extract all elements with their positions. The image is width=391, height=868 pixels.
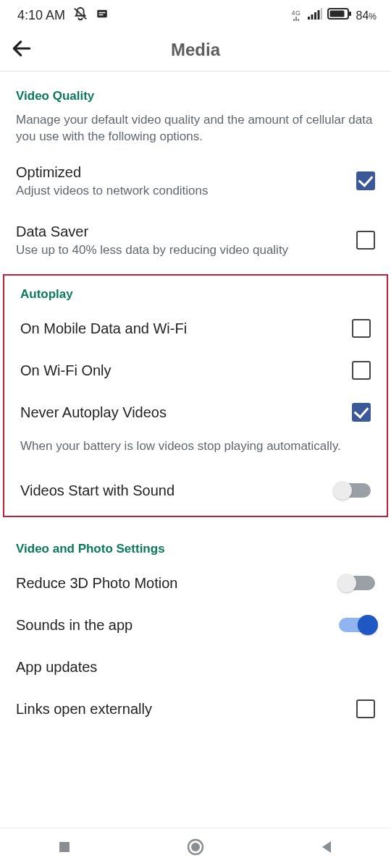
sounds-app-toggle[interactable] — [339, 618, 375, 632]
data-saver-title: Data Saver — [16, 222, 345, 241]
section-video-photo-title: Video and Photo Settings — [0, 524, 391, 562]
links-ext-checkbox[interactable] — [356, 699, 375, 718]
svg-rect-3 — [99, 14, 104, 16]
row-autoplay-wifi-only[interactable]: On Wi-Fi Only — [4, 349, 387, 391]
svg-rect-10 — [329, 11, 344, 17]
autoplay-wifi-only-checkbox[interactable] — [352, 361, 371, 380]
back-button[interactable] — [10, 37, 33, 63]
svg-rect-8 — [321, 8, 322, 20]
autoplay-wifi-only-title: On Wi-Fi Only — [20, 361, 340, 380]
home-button[interactable] — [186, 838, 205, 859]
row-optimized[interactable]: Optimized Adjust videos to network condi… — [0, 151, 391, 210]
row-data-saver[interactable]: Data Saver Use up to 40% less data by re… — [0, 210, 391, 270]
dnd-icon — [72, 6, 88, 25]
optimized-title: Optimized — [16, 163, 345, 182]
status-right: 4G 84% — [292, 7, 377, 24]
svg-line-0 — [75, 9, 87, 20]
svg-point-14 — [191, 843, 200, 851]
row-links-ext[interactable]: Links open externally — [0, 688, 391, 730]
autoplay-note: When your battery is low videos stop pla… — [4, 433, 387, 469]
android-navbar — [0, 827, 391, 868]
recent-apps-button[interactable] — [56, 839, 72, 858]
data-saver-sub: Use up to 40% less data by reducing vide… — [16, 242, 345, 258]
svg-rect-6 — [314, 12, 316, 20]
section-video-quality-title: Video Quality — [0, 72, 391, 109]
videos-sound-toggle[interactable] — [335, 483, 371, 498]
row-autoplay-never[interactable]: Never Autoplay Videos — [4, 391, 387, 433]
autoplay-highlight: Autoplay On Mobile Data and Wi-Fi On Wi-… — [3, 274, 388, 517]
status-time: 4:10 AM — [17, 8, 65, 23]
autoplay-never-title: Never Autoplay Videos — [20, 403, 340, 422]
svg-rect-4 — [308, 17, 310, 20]
svg-rect-1 — [97, 10, 107, 18]
settings-content: Video Quality Manage your default video … — [0, 72, 391, 780]
svg-rect-12 — [59, 842, 70, 852]
autoplay-mobile-wifi-checkbox[interactable] — [352, 319, 371, 338]
svg-rect-11 — [349, 12, 351, 16]
row-reduce-3d[interactable]: Reduce 3D Photo Motion — [0, 562, 391, 604]
autoplay-never-checkbox[interactable] — [352, 403, 371, 422]
optimized-sub: Adjust videos to network conditions — [16, 183, 345, 199]
battery-percent: 84% — [356, 9, 377, 22]
network-type: 4G — [292, 10, 301, 22]
reduce-3d-title: Reduce 3D Photo Motion — [16, 574, 327, 592]
status-left: 4:10 AM — [17, 6, 109, 25]
app-header: Media — [0, 28, 391, 72]
signal-icon — [307, 7, 323, 24]
svg-rect-5 — [311, 14, 313, 20]
row-app-updates[interactable]: App updates — [0, 646, 391, 688]
autoplay-mobile-wifi-title: On Mobile Data and Wi-Fi — [20, 319, 340, 338]
svg-rect-7 — [317, 10, 319, 20]
svg-rect-2 — [99, 12, 106, 14]
sounds-app-title: Sounds in the app — [16, 616, 327, 634]
section-video-quality-desc: Manage your default video quality and th… — [0, 109, 391, 151]
optimized-checkbox[interactable] — [356, 171, 375, 190]
section-autoplay-title: Autoplay — [4, 276, 387, 307]
links-ext-title: Links open externally — [16, 699, 345, 718]
reduce-3d-toggle[interactable] — [339, 576, 375, 590]
app-updates-title: App updates — [16, 658, 363, 676]
videos-sound-title: Videos Start with Sound — [20, 481, 323, 500]
battery-icon — [327, 7, 352, 24]
row-videos-sound[interactable]: Videos Start with Sound — [4, 469, 387, 516]
card-icon — [96, 7, 109, 24]
back-nav-button[interactable] — [319, 839, 335, 858]
row-sounds-app[interactable]: Sounds in the app — [0, 604, 391, 646]
data-saver-checkbox[interactable] — [356, 231, 375, 250]
page-title: Media — [171, 40, 220, 60]
row-autoplay-mobile-wifi[interactable]: On Mobile Data and Wi-Fi — [4, 307, 387, 349]
status-bar: 4:10 AM 4G 84% — [0, 0, 391, 28]
